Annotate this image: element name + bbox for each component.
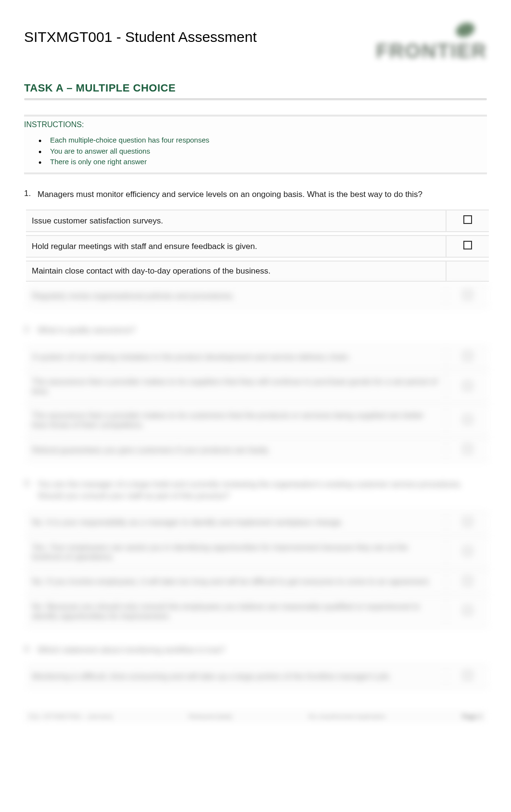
answer-row: Yes. Your employees can assist you in id… xyxy=(26,537,489,568)
answer-text: Yes. Your employees can assist you in id… xyxy=(26,537,446,568)
answer-row: Maintain close contact with day-to-day o… xyxy=(26,261,489,282)
answer-checkbox xyxy=(463,415,472,424)
question-number: 2. xyxy=(24,325,38,336)
instructions-block: INSTRUCTIONS: Each multiple-choice quest… xyxy=(24,115,487,174)
brand-logo-text: FRONTIER xyxy=(376,39,487,63)
footer-mid: Released [date] xyxy=(189,713,232,720)
leaf-icon xyxy=(453,19,477,39)
answer-checkbox xyxy=(463,576,472,585)
answer-checkbox[interactable] xyxy=(463,241,472,249)
answer-text: Maintain close contact with day-to-day o… xyxy=(26,261,446,282)
answer-checkbox xyxy=(463,606,472,615)
instructions-list: Each multiple-choice question has four r… xyxy=(24,135,487,168)
answer-text: Regularly revise organisational policies… xyxy=(26,285,446,307)
answer-text: Hold regular meetings with staff and ens… xyxy=(26,235,446,258)
answers-table: Monitoring is difficult, time-consuming … xyxy=(26,662,489,691)
question-block-locked: 3. You are the manager of a large hotel … xyxy=(24,479,487,630)
answer-row: No. Because you should only consult the … xyxy=(26,596,489,627)
answer-row: The assurance that a provider makes to i… xyxy=(26,405,489,436)
answer-row: Issue customer satisfaction surveys. xyxy=(26,210,489,232)
question-block-locked: 4. Which statement about monitoring work… xyxy=(24,644,487,691)
document-title: SITXMGT001 - Student Assessment xyxy=(24,29,257,45)
instructions-title: INSTRUCTIONS: xyxy=(24,120,487,129)
task-heading: TASK A – MULTIPLE CHOICE xyxy=(24,82,487,94)
answer-text: The assurance that a provider makes to i… xyxy=(26,371,446,402)
answers-table: Issue customer satisfaction surveys. Hol… xyxy=(26,207,489,310)
instructions-item: There is only one right answer xyxy=(38,157,487,168)
answer-text: Issue customer satisfaction surveys. xyxy=(26,210,446,232)
page-number: Page 1 xyxy=(462,713,482,720)
question-text: Managers must monitor efficiency and ser… xyxy=(38,189,422,200)
footer-left: Doc: SITXMGT001 – [version] xyxy=(29,713,112,720)
brand-logo: FRONTIER xyxy=(362,19,487,67)
answer-text: No. Because you should only consult the … xyxy=(26,596,446,627)
answer-text: A system of not making mistakes in the p… xyxy=(26,346,446,368)
answer-checkbox xyxy=(463,445,472,453)
answers-table: A system of not making mistakes in the p… xyxy=(26,343,489,464)
divider xyxy=(24,98,487,100)
answer-checkbox xyxy=(463,671,472,680)
answers-table: No. It is your responsibility as a manag… xyxy=(26,509,489,630)
answer-row: Refund guarantees you give customers if … xyxy=(26,439,489,461)
answer-row: No. It is your responsibility as a manag… xyxy=(26,511,489,534)
answer-checkbox xyxy=(463,547,472,555)
question-block: 1. Managers must monitor efficiency and … xyxy=(24,189,487,311)
answer-checkbox xyxy=(463,381,472,390)
answer-text: The assurance that a provider makes to i… xyxy=(26,405,446,436)
answer-text: Refund guarantees you give customers if … xyxy=(26,439,446,461)
question-block-locked: 2. What is quality assurance? A system o… xyxy=(24,325,487,464)
instructions-item: Each multiple-choice question has four r… xyxy=(38,135,487,146)
answer-checkbox xyxy=(463,517,472,526)
instructions-item: You are to answer all questions xyxy=(38,146,487,157)
question-text: Which statement about monitoring workflo… xyxy=(38,644,225,656)
answer-text: Monitoring is difficult, time-consuming … xyxy=(26,665,446,688)
question-number: 4. xyxy=(24,644,38,656)
answer-row: The assurance that a provider makes to i… xyxy=(26,371,489,402)
question-text: You are the manager of a large hotel and… xyxy=(38,479,487,502)
answer-checkbox xyxy=(463,352,472,360)
answer-row: No. If you involve employees, it will ta… xyxy=(26,571,489,593)
answer-checkbox[interactable] xyxy=(463,215,472,224)
answer-checkbox[interactable] xyxy=(463,290,472,299)
question-number: 1. xyxy=(24,189,38,200)
question-text: What is quality assurance? xyxy=(38,325,135,336)
answer-row: Monitoring is difficult, time-consuming … xyxy=(26,665,489,688)
answer-text: No. It is your responsibility as a manag… xyxy=(26,511,446,534)
footer-right: No unauthorised duplication xyxy=(308,713,386,720)
answer-row: A system of not making mistakes in the p… xyxy=(26,346,489,368)
page-footer: Doc: SITXMGT001 – [version] Released [da… xyxy=(24,710,487,723)
svg-point-0 xyxy=(454,20,476,39)
answer-row: Hold regular meetings with staff and ens… xyxy=(26,235,489,258)
question-number: 3. xyxy=(24,479,38,502)
answer-text: No. If you involve employees, it will ta… xyxy=(26,571,446,593)
answer-row: Regularly revise organisational policies… xyxy=(26,285,489,307)
